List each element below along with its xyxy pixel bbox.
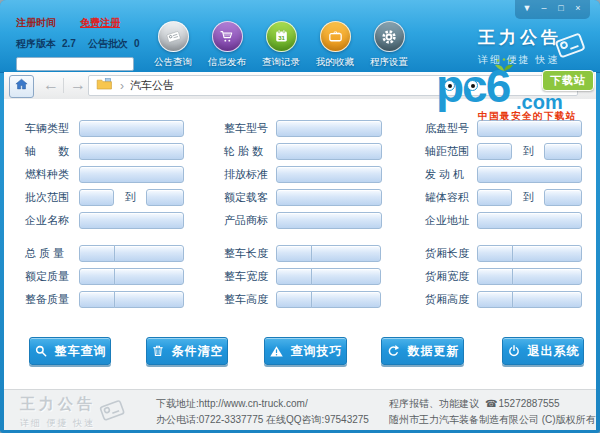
axle-count-input[interactable] — [79, 143, 184, 160]
tank-volume-to-input[interactable] — [544, 189, 582, 206]
home-button[interactable] — [9, 75, 34, 98]
curb-mass-max-input[interactable] — [114, 291, 184, 308]
toolbar-my-favorites[interactable]: 我的收藏 — [308, 21, 362, 69]
rated-mass-min-input[interactable] — [79, 268, 115, 285]
field-label-vehicle-length: 整车长度 — [224, 245, 282, 262]
vehicle-width-min-input[interactable] — [276, 268, 312, 285]
maximize-button[interactable]: □ — [554, 2, 568, 15]
batch-range-to-input[interactable] — [146, 189, 184, 206]
engine-input[interactable] — [477, 166, 582, 183]
toolbar-info-publish[interactable]: 信息发布 — [200, 21, 254, 69]
app-window: ▼ – □ × 注册时间免费注册 程序版本2.7公告批次0 公告查询信息发布31… — [0, 0, 600, 433]
batch-value: 0 — [134, 38, 140, 49]
vehicle-length-max-input[interactable] — [311, 245, 381, 262]
register-time-label: 注册时间 — [16, 17, 56, 28]
forward-icon: → — [70, 76, 86, 93]
vehicle-height-min-input[interactable] — [276, 291, 312, 308]
batch-range-from-input[interactable] — [79, 189, 114, 206]
clear-conditions-button[interactable]: 条件清空 — [146, 337, 228, 365]
button-label: 整车查询 — [55, 343, 107, 360]
field-company-name — [79, 212, 184, 229]
navigation-bar: ← → › 汽车公告 — [4, 72, 596, 100]
vehicle-width-max-input[interactable] — [311, 268, 381, 285]
wheelbase-range-from-input[interactable] — [477, 143, 512, 160]
field-label-emission-standard: 排放标准 — [224, 166, 282, 183]
feedback-label: 程序报错、功能建议 — [389, 398, 479, 409]
company-address-input[interactable] — [477, 212, 582, 229]
info-publish-icon — [212, 21, 243, 52]
curb-mass-min-input[interactable] — [79, 291, 115, 308]
cargo-height-min-input[interactable] — [477, 291, 513, 308]
footer-brand-card-icon — [96, 394, 128, 430]
toolbar-label: 信息发布 — [200, 56, 254, 69]
range-to-label: 到 — [125, 190, 136, 205]
field-label-axle-count: 轴 数 — [25, 143, 83, 160]
field-product-brand — [276, 212, 382, 229]
field-curb-mass — [79, 291, 184, 308]
tire-count-input[interactable] — [276, 143, 382, 160]
toolbar-announcement-query[interactable]: 公告查询 — [146, 21, 200, 69]
header: ▼ – □ × 注册时间免费注册 程序版本2.7公告批次0 公告查询信息发布31… — [0, 0, 600, 73]
total-mass-max-input[interactable] — [114, 245, 184, 262]
footer-contact: 下载地址:http://www.cn-truck.com/ 办公电话:0722-… — [156, 396, 369, 428]
vehicle-length-min-input[interactable] — [276, 245, 312, 262]
field-label-wheelbase-range: 轴距范围 — [425, 143, 483, 160]
tank-volume-from-input[interactable] — [477, 189, 512, 206]
rated-passengers-input[interactable] — [276, 189, 382, 206]
field-vehicle-type — [79, 120, 184, 137]
button-label: 退出系统 — [528, 343, 580, 360]
fuel-type-input[interactable] — [79, 166, 184, 183]
vehicle-query-button[interactable]: 整车查询 — [29, 337, 111, 365]
emission-standard-input[interactable] — [276, 166, 382, 183]
toolbar-program-settings[interactable]: 程序设置 — [362, 21, 416, 69]
cargo-width-min-input[interactable] — [477, 268, 513, 285]
query-tips-button[interactable]: 查询技巧 — [264, 337, 347, 365]
data-update-button[interactable]: 数据更新 — [381, 337, 464, 365]
chassis-model-input[interactable] — [477, 120, 582, 137]
cargo-height-max-input[interactable] — [512, 291, 582, 308]
batch-label: 公告批次 — [88, 38, 128, 49]
vehicle-type-input[interactable] — [79, 120, 184, 137]
field-label-curb-mass: 整备质量 — [25, 291, 83, 308]
product-brand-input[interactable] — [276, 212, 382, 229]
field-label-company-name: 企业名称 — [25, 212, 83, 229]
vehicle-height-max-input[interactable] — [311, 291, 381, 308]
home-icon — [14, 77, 29, 96]
wheelbase-range-to-input[interactable] — [544, 143, 582, 160]
company-name-input[interactable] — [79, 212, 184, 229]
chevron-right-icon: › — [120, 79, 124, 93]
refresh-icon — [386, 344, 401, 359]
breadcrumb-bar[interactable]: › 汽车公告 — [88, 75, 578, 96]
field-cargo-length — [477, 245, 582, 262]
footer-brand: 王力公告 详细 便捷 快速 — [20, 395, 96, 430]
back-button[interactable]: ← — [40, 72, 62, 99]
version-label: 程序版本 — [16, 38, 56, 49]
field-label-chassis-model: 底盘型号 — [425, 120, 483, 137]
cargo-width-max-input[interactable] — [512, 268, 582, 285]
free-register-link[interactable]: 免费注册 — [80, 17, 120, 28]
vehicle-model-input[interactable] — [276, 120, 382, 137]
range-to-label: 到 — [523, 144, 534, 159]
close-button[interactable]: × — [571, 2, 585, 15]
cargo-length-max-input[interactable] — [512, 245, 582, 262]
cargo-length-min-input[interactable] — [477, 245, 513, 262]
field-label-engine: 发 动 机 — [425, 166, 483, 183]
header-toolbar: 公告查询信息发布31查询记录我的收藏程序设置 — [146, 21, 416, 69]
toolbar-query-history[interactable]: 31查询记录 — [254, 21, 308, 69]
nav-divider — [63, 78, 64, 93]
serial-input[interactable] — [16, 57, 134, 71]
field-label-cargo-length: 货厢长度 — [425, 245, 483, 262]
minimize-button[interactable]: – — [537, 2, 551, 15]
query-form: 车辆类型轴 数燃料种类批次范围到企业名称总 质 量额定质量整备质量整车型号轮 胎… — [4, 99, 596, 389]
exit-system-button[interactable]: 退出系统 — [502, 337, 584, 365]
folder-icon — [96, 77, 113, 95]
field-label-cargo-width: 货厢宽度 — [425, 268, 483, 285]
announcement-query-icon — [158, 21, 189, 52]
field-cargo-height — [477, 291, 582, 308]
field-wheelbase-range: 到 — [477, 143, 582, 160]
forward-button[interactable]: → — [67, 72, 89, 99]
skin-button[interactable]: ▼ — [520, 2, 534, 15]
rated-mass-max-input[interactable] — [114, 268, 184, 285]
window-controls: ▼ – □ × — [515, 0, 590, 19]
total-mass-min-input[interactable] — [79, 245, 115, 262]
